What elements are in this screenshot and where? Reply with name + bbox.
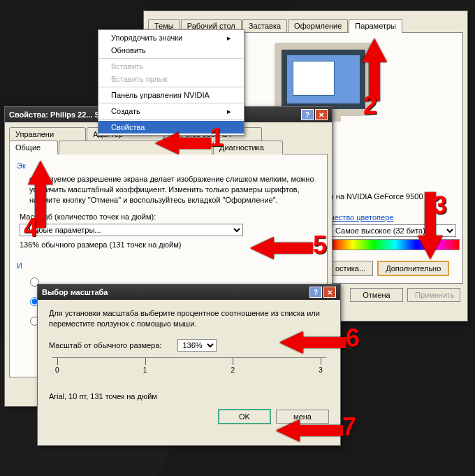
close-icon[interactable]: ✕ <box>323 287 336 298</box>
monitor-preview <box>275 43 372 116</box>
adapter-tabs-row2: Общие Диагностика <box>5 140 332 154</box>
scale-select[interactable]: 136% <box>177 339 217 352</box>
scale-dialog: Выбор масштаба ? ✕ Для установки масштаб… <box>37 284 341 446</box>
apply-button: Применить <box>407 288 460 302</box>
menu-new[interactable]: Создать ▸ <box>98 105 244 117</box>
tab-settings[interactable]: Параметры <box>349 19 402 33</box>
tab-color-mgmt[interactable]: Управлени <box>9 127 86 140</box>
color-quality-label: чество цветопере <box>330 213 393 222</box>
cancel-button[interactable]: мена <box>276 410 329 424</box>
screen-group-label: Эк <box>17 161 320 170</box>
tab-diagnostics[interactable]: Диагностика <box>213 140 283 154</box>
scale-sample-text: Arial, 10 пт, 131 точек на дюйм <box>49 392 329 401</box>
desktop-context-menu: Упорядочить значки ▸ Обновить Вставить В… <box>98 29 244 136</box>
color-preview-bar <box>330 239 460 250</box>
tab-appearance[interactable]: Оформление <box>288 19 348 33</box>
close-icon[interactable]: ✕ <box>315 109 328 120</box>
menu-refresh[interactable]: Обновить <box>98 44 244 57</box>
scale-label: Масштаб от обычного размера: <box>49 341 161 349</box>
annotation-number: 6 <box>346 324 360 353</box>
color-quality-select[interactable]: Самое высокое (32 бита) <box>330 224 456 237</box>
menu-nvidia-panel[interactable]: Панель управления NVIDIA <box>98 89 244 101</box>
dpi-label: Масштаб (количество точек на дюйм): <box>20 212 320 221</box>
menu-properties[interactable]: Свойства <box>98 121 244 134</box>
scale-instruction: Для установки масштаба выберите процентн… <box>49 308 329 329</box>
monitor-name: 8) на NVIDIA GeForce 9500 GT <box>327 192 436 201</box>
scale-ruler[interactable]: 0 1 2 3 <box>52 357 326 388</box>
advanced-button[interactable]: Дополнительно <box>377 261 449 276</box>
dpi-current-value: 136% обычного размера (131 точек на дюйм… <box>20 240 320 249</box>
tab-blank[interactable] <box>59 140 212 154</box>
menu-paste-shortcut: Вставить ярлык <box>98 73 244 85</box>
tab-screensaver[interactable]: Заставка <box>242 19 287 33</box>
scale-title-bar: Выбор масштаба ? ✕ <box>38 284 340 300</box>
menu-arrange-icons[interactable]: Упорядочить значки ▸ <box>98 31 244 44</box>
help-icon[interactable]: ? <box>301 109 314 120</box>
tab-general[interactable]: Общие <box>9 140 58 154</box>
compat-group: И <box>17 261 320 270</box>
cancel-button[interactable]: Отмена <box>350 288 403 302</box>
menu-paste: Вставить <box>98 60 244 73</box>
dpi-select[interactable]: Особые параметры... <box>20 224 243 236</box>
troubleshoot-button[interactable]: остика... <box>328 261 373 276</box>
annotation-number: 7 <box>342 412 356 442</box>
ok-button[interactable]: OK <box>218 409 271 424</box>
dpi-explanation: спользуемое разрешение экрана делает изо… <box>29 174 320 205</box>
scale-title: Выбор масштаба <box>42 288 108 296</box>
help-icon[interactable]: ? <box>309 287 322 298</box>
